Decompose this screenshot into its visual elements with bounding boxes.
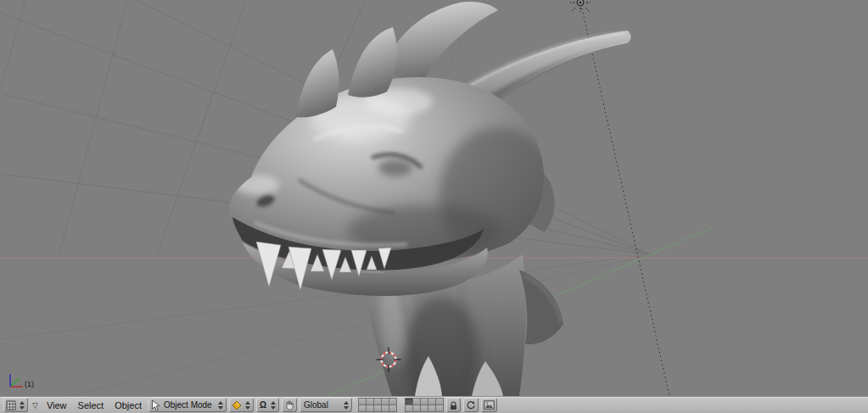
menu-object[interactable]: Object bbox=[110, 398, 146, 413]
orientation-select-value: Global bbox=[302, 400, 330, 410]
draw-type-select[interactable] bbox=[229, 398, 254, 412]
mini-axis-gizmo bbox=[10, 374, 23, 387]
image-icon bbox=[484, 400, 495, 410]
manipulator-toggle[interactable] bbox=[282, 398, 297, 412]
pivot-select[interactable]: Ω bbox=[256, 398, 279, 412]
viewport-header-bar: ▽ View Select Object Object Mode Ω bbox=[0, 396, 868, 413]
refresh-button[interactable] bbox=[463, 398, 479, 412]
layer-grid[interactable] bbox=[359, 399, 397, 412]
layer-grid[interactable] bbox=[406, 399, 444, 412]
mode-select-value: Object Mode bbox=[162, 400, 214, 410]
menu-view[interactable]: View bbox=[42, 398, 71, 413]
padlock-icon bbox=[449, 400, 458, 410]
solid-draw-mode-icon bbox=[232, 400, 242, 410]
stepper-arrows-icon bbox=[217, 401, 224, 410]
blender-window: (1) ▽ View Select Object Object Mode bbox=[0, 0, 868, 413]
active-object-label: (1) bbox=[25, 380, 34, 388]
lock-toggle[interactable] bbox=[446, 398, 461, 412]
stepper-arrows-icon bbox=[270, 401, 277, 410]
viewport-grid-icon bbox=[6, 400, 16, 410]
crest-spike bbox=[295, 49, 339, 118]
dragon-model[interactable] bbox=[229, 2, 631, 396]
stepper-arrows-icon bbox=[19, 401, 25, 410]
orientation-select[interactable]: Global bbox=[300, 398, 352, 412]
stepper-arrows-icon bbox=[343, 401, 350, 410]
render-preview-button[interactable] bbox=[481, 398, 497, 412]
stepper-arrows-icon bbox=[244, 401, 251, 410]
object-mode-cursor-icon bbox=[151, 399, 160, 410]
editor-type-select[interactable] bbox=[3, 398, 28, 412]
eye-socket bbox=[378, 159, 412, 176]
menus-collapse-toggle[interactable]: ▽ bbox=[31, 401, 40, 410]
viewport-3d[interactable] bbox=[0, 0, 868, 396]
lamp-object-icon[interactable] bbox=[570, 0, 591, 12]
relationship-dashed-line bbox=[582, 8, 669, 396]
pivot-point-icon: Ω bbox=[259, 400, 267, 410]
horn-back bbox=[384, 2, 498, 79]
menu-select[interactable]: Select bbox=[74, 398, 109, 413]
mode-select[interactable]: Object Mode bbox=[148, 398, 227, 412]
layer-button[interactable] bbox=[435, 405, 444, 412]
layer-button[interactable] bbox=[389, 405, 397, 412]
refresh-icon bbox=[466, 400, 476, 410]
hand-icon bbox=[284, 399, 294, 410]
